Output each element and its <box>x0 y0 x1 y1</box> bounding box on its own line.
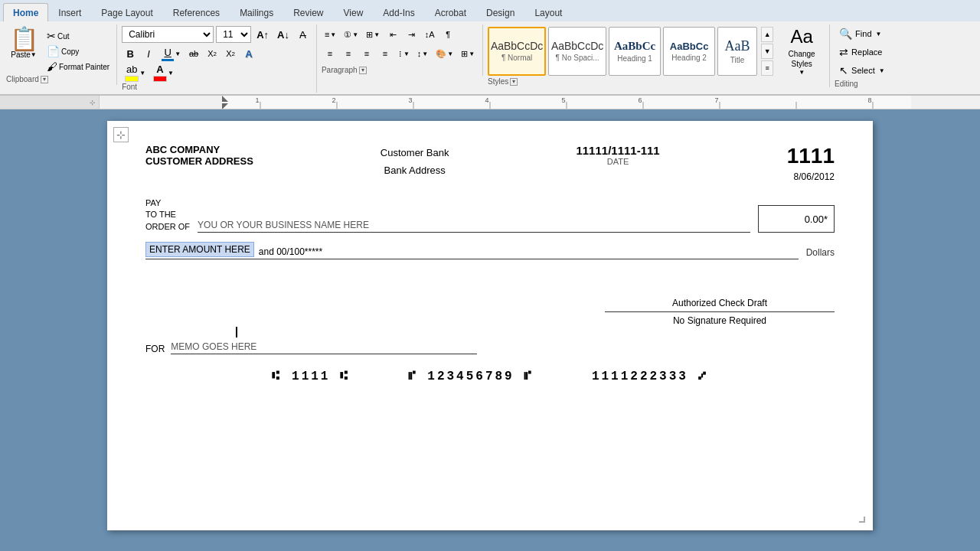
tab-design[interactable]: Design <box>476 3 524 21</box>
align-right-button[interactable]: ≡ <box>358 45 375 62</box>
memo-row: FOR MEMO GOES HERE <box>145 341 835 354</box>
find-button[interactable]: 🔍 Find ▼ <box>835 26 890 41</box>
tab-page-layout[interactable]: Page Layout <box>91 3 162 21</box>
doc-page[interactable]: ⊹ ABC COMPANY CUSTOMER ADDRESS Customer … <box>107 121 873 530</box>
bold-button[interactable]: B <box>122 45 139 62</box>
styles-group-label: Styles ▾ <box>488 77 825 87</box>
editing-group-label: Editing <box>835 80 890 90</box>
amount-words-row: ENTER AMOUNT HERE and 00/100***** Dollar… <box>145 242 835 259</box>
replace-button[interactable]: ⇄ Replace <box>835 44 890 60</box>
bullets-button[interactable]: ≡▼ <box>322 26 339 43</box>
italic-button[interactable]: I <box>140 45 157 62</box>
cut-button[interactable]: ✂Cut <box>44 29 112 43</box>
amount-words-line: ENTER AMOUNT HERE and 00/100***** <box>145 242 799 259</box>
ruler: ⊹ 1 2 3 4 5 6 7 8 <box>0 96 980 109</box>
font-color-button[interactable]: A ▼ <box>150 64 177 81</box>
tab-references[interactable]: References <box>163 3 230 21</box>
style-no-spacing[interactable]: AaBbCcDc ¶ No Spaci... <box>548 27 606 76</box>
show-hide-button[interactable]: ¶ <box>439 26 456 43</box>
styles-scroll-up[interactable]: ▲ <box>761 27 773 42</box>
page-corner-mark <box>859 517 865 523</box>
increase-font-button[interactable]: A↑ <box>253 26 272 43</box>
shading-button[interactable]: 🎨▼ <box>433 45 456 62</box>
authorized-text-1: Authorized Check Draft <box>605 298 835 308</box>
svg-text:2: 2 <box>332 96 335 104</box>
superscript-button[interactable]: X2 <box>222 45 239 62</box>
micr-part1: ⑆ 1111 ⑆ <box>272 370 350 383</box>
paragraph-group: ≡▼ ①▼ ⊞▼ ⇤ ⇥ ↕A ¶ ≡ ≡ ≡ ≡ ⫶▼ ↕▼ 🎨▼ ⊞▼ Pa… <box>317 24 483 76</box>
subscript-button[interactable]: X2 <box>204 45 220 62</box>
svg-text:5: 5 <box>561 96 565 104</box>
numbering-button[interactable]: ①▼ <box>341 26 361 43</box>
micr-part2: ⑈ 123456789 ⑈ <box>408 370 534 383</box>
move-handle[interactable]: ⊹ <box>113 127 129 142</box>
style-normal[interactable]: AaBbCcDc ¶ Normal <box>488 27 546 76</box>
svg-text:1: 1 <box>255 96 259 104</box>
bank-info: Customer Bank Bank Address <box>381 144 449 180</box>
underline-button[interactable]: U ▼ <box>158 45 184 62</box>
style-heading-1[interactable]: AaBbCc Heading 1 <box>609 27 661 76</box>
ruler-bar[interactable]: 1 2 3 4 5 6 7 8 <box>199 96 980 109</box>
tab-review[interactable]: Review <box>283 3 333 21</box>
ribbon: Home Insert Page Layout References Maili… <box>0 0 980 96</box>
text-cursor <box>236 326 237 337</box>
font-group-label: Font <box>122 83 312 93</box>
pay-label: PAY TO THE ORDER OF <box>145 197 190 233</box>
sort-button[interactable]: ↕A <box>421 26 438 43</box>
decrease-font-button[interactable]: A↓ <box>274 26 292 43</box>
svg-text:3: 3 <box>408 96 412 104</box>
check-number: 1111 <box>787 144 835 168</box>
columns-button[interactable]: ⫶▼ <box>395 45 413 62</box>
decrease-indent-button[interactable]: ⇤ <box>384 26 401 43</box>
document-area: ⊹ ABC COMPANY CUSTOMER ADDRESS Customer … <box>0 109 980 538</box>
format-painter-button[interactable]: 🖌Format Painter <box>44 60 112 73</box>
multilevel-list-button[interactable]: ⊞▼ <box>363 26 383 43</box>
tab-view[interactable]: View <box>334 3 374 21</box>
tab-acrobat[interactable]: Acrobat <box>425 3 476 21</box>
micr-part3: 1111222333 ⑇ <box>592 370 708 383</box>
dollars-label: Dollars <box>806 247 835 259</box>
amount-box[interactable]: 0.00* <box>758 205 835 233</box>
align-left-button[interactable]: ≡ <box>322 45 338 62</box>
routing-number-area: 11111/1111-111 DATE <box>576 144 659 166</box>
tab-insert[interactable]: Insert <box>48 3 91 21</box>
editing-group: 🔍 Find ▼ ⇄ Replace ↖ Select ▼ Editing <box>830 24 894 90</box>
tab-home[interactable]: Home <box>3 3 48 21</box>
justify-button[interactable]: ≡ <box>377 45 394 62</box>
paragraph-group-label: Paragraph ▾ <box>322 66 478 76</box>
clipboard-group: 📋 Paste▼ ✂Cut 📄Copy 🖌Format Painter Clip… <box>5 24 117 85</box>
styles-more-button[interactable]: ≡ <box>761 60 773 76</box>
change-styles-button[interactable]: Aa Change Styles ▼ <box>779 26 825 76</box>
tab-mailings[interactable]: Mailings <box>230 3 283 21</box>
ribbon-content: 📋 Paste▼ ✂Cut 📄Copy 🖌Format Painter Clip… <box>0 21 980 96</box>
style-heading-2[interactable]: AaBbCc Heading 2 <box>663 27 715 76</box>
tab-addins[interactable]: Add-Ins <box>373 3 424 21</box>
text-effects-button[interactable]: A <box>240 45 257 62</box>
line-spacing-button[interactable]: ↕▼ <box>414 45 431 62</box>
paste-button[interactable]: 📋 Paste▼ <box>6 26 41 60</box>
strikethrough-button[interactable]: ab <box>185 45 202 62</box>
amount-highlighted[interactable]: ENTER AMOUNT HERE <box>145 242 254 257</box>
amount-rest: and 00/100***** <box>259 246 322 257</box>
tab-layout[interactable]: Layout <box>524 3 572 21</box>
check-number-area: 1111 8/06/2012 <box>787 144 835 182</box>
borders-button[interactable]: ⊞▼ <box>458 45 478 62</box>
payee-line[interactable]: YOU OR YOUR BUSINESS NAME HERE <box>198 216 750 233</box>
increase-indent-button[interactable]: ⇥ <box>403 26 420 43</box>
select-button[interactable]: ↖ Select ▼ <box>835 63 890 78</box>
clipboard-group-label: Clipboard ▾ <box>6 75 112 85</box>
style-title[interactable]: AaB Title <box>717 27 757 76</box>
authorized-text-2: No Signature Required <box>605 311 835 326</box>
clear-formatting-button[interactable]: A̶ <box>295 26 312 43</box>
micr-line: ⑆ 1111 ⑆ ⑈ 123456789 ⑈ 1111222333 ⑇ <box>145 370 835 383</box>
svg-text:8: 8 <box>867 96 871 104</box>
memo-line[interactable]: MEMO GOES HERE <box>171 341 477 354</box>
copy-button[interactable]: 📄Copy <box>44 44 112 58</box>
font-name-selector[interactable]: Calibri <box>122 26 214 43</box>
highlight-color-button[interactable]: ab ▼ <box>122 64 149 81</box>
font-size-selector[interactable]: 11 <box>216 26 251 43</box>
align-center-button[interactable]: ≡ <box>340 45 357 62</box>
styles-scroll-down[interactable]: ▼ <box>761 44 773 59</box>
styles-group: AaBbCcDc ¶ Normal AaBbCcDc ¶ No Spaci...… <box>483 24 830 87</box>
signature-area: Authorized Check Draft No Signature Requ… <box>145 298 835 326</box>
